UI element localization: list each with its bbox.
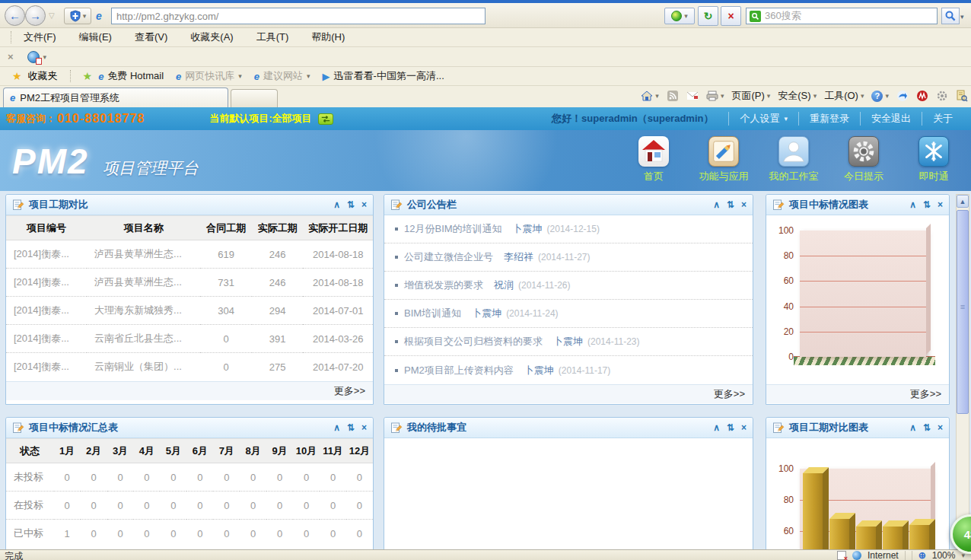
search-box[interactable]: 360搜索 [746, 8, 938, 24]
close-panel-icon[interactable]: × [741, 422, 747, 433]
rss-icon[interactable] [667, 90, 679, 102]
collapse-icon[interactable]: ∧ [713, 199, 720, 210]
page-scrollbar[interactable]: ▲ ▼ [956, 194, 969, 549]
print-dropdown-icon[interactable]: ▾ [721, 92, 724, 100]
announcement-author[interactable]: 卜震坤 [472, 307, 501, 320]
switch-project-icon[interactable] [318, 113, 333, 125]
favorite-item-2[interactable]: e建议网站▾ [254, 69, 310, 83]
search-go-button[interactable] [941, 8, 960, 24]
back-button[interactable]: ← [5, 5, 25, 26]
history-dropdown-icon[interactable]: ▽ [49, 11, 55, 20]
page-error-icon[interactable] [837, 551, 846, 560]
safety-menu[interactable]: 安全(S)▾ [778, 89, 817, 103]
table-row[interactable]: 未投标000000000000 [6, 463, 373, 492]
notes-search-icon[interactable] [956, 90, 968, 102]
table-row[interactable]: [2014]衡泰...泸西县黄草洲生态...7312462014-08-18 [6, 269, 373, 297]
more-link[interactable]: 更多>> [910, 388, 941, 399]
table-row[interactable]: [2014]衡泰...云南省丘北县生态...03912014-03-26 [6, 325, 373, 353]
scrollbar-thumb[interactable] [957, 210, 969, 414]
help-button[interactable]: ? ▾ [871, 91, 889, 102]
close-panel-icon[interactable]: × [361, 199, 367, 210]
refresh-panel-icon[interactable]: ⇅ [727, 199, 734, 210]
zoom-level[interactable]: 100% [932, 550, 956, 560]
favorite-item-3[interactable]: ▶迅雷看看-中国第一高清... [323, 69, 444, 83]
topbar-link-2[interactable]: 安全退出 [860, 112, 922, 126]
collapse-icon[interactable]: ∧ [713, 422, 720, 433]
shield-dropdown-icon[interactable]: ▾ [83, 12, 87, 20]
addon-dropdown-icon[interactable]: ▾ [43, 53, 47, 61]
close-panel-icon[interactable]: × [938, 422, 943, 433]
favorite-item-0[interactable]: e免费 Hotmail [98, 69, 164, 83]
tab-pm2[interactable]: e PM2工程项目管理系统 [3, 88, 228, 107]
favorites-label[interactable]: 收藏夹 [28, 69, 58, 83]
gear-icon[interactable] [936, 90, 948, 102]
nav-tips[interactable]: 今日提示 [840, 136, 887, 183]
close-panel-icon[interactable]: × [938, 199, 943, 210]
close-panel-icon[interactable]: × [361, 422, 367, 433]
favorites-star-icon[interactable]: ★ [12, 70, 22, 82]
address-bar-input[interactable] [111, 8, 486, 24]
menu-item-5[interactable]: 帮助(H) [311, 30, 345, 44]
announcement-author[interactable]: 祝润 [494, 278, 514, 292]
read-mail-icon[interactable] [686, 90, 699, 102]
refresh-button[interactable]: ↻ [698, 6, 718, 26]
table-row[interactable]: 已中标100000000000 [6, 520, 373, 548]
print-button[interactable]: ▾ [706, 90, 724, 102]
topbar-link-3[interactable]: 关于 [922, 112, 963, 126]
share-arrow-icon[interactable] [896, 90, 909, 102]
home-button[interactable]: ▾ [641, 90, 659, 102]
smartscreen-shield-button[interactable]: ▾ [64, 8, 91, 24]
topbar-link-0[interactable]: 个人设置▾ [728, 112, 798, 126]
collapse-icon[interactable]: ∧ [333, 422, 340, 433]
menu-item-4[interactable]: 工具(T) [256, 30, 289, 44]
toolbar-close-icon[interactable]: × [8, 51, 14, 62]
more-link[interactable]: 更多>> [334, 385, 365, 396]
nav-messenger[interactable]: 即时通 [910, 136, 957, 183]
refresh-panel-icon[interactable]: ⇅ [923, 422, 931, 433]
list-item[interactable]: PM2项目部上传资料内容卜震坤(2014-11-17) [384, 356, 753, 384]
refresh-panel-icon[interactable]: ⇅ [923, 199, 931, 210]
refresh-panel-icon[interactable]: ⇅ [347, 199, 355, 210]
favorite-dropdown-icon[interactable]: ▾ [238, 72, 242, 80]
360-addon-button[interactable]: ▾ [664, 8, 695, 24]
forward-button[interactable]: → [25, 5, 46, 26]
menu-item-3[interactable]: 收藏夹(A) [190, 30, 233, 44]
add-favorite-icon[interactable]: ★ [83, 70, 93, 82]
nav-workspace[interactable]: 我的工作室 [770, 136, 817, 183]
topbar-link-1[interactable]: 重新登录 [798, 112, 860, 126]
nav-apps[interactable]: 功能与应用 [700, 136, 747, 183]
new-tab-stub[interactable] [231, 89, 278, 107]
collapse-icon[interactable]: ∧ [909, 422, 916, 433]
addon-globe-icon[interactable] [27, 51, 40, 63]
list-item[interactable]: BIM培训通知卜震坤(2014-11-24) [384, 300, 753, 328]
announcement-author[interactable]: 卜震坤 [553, 335, 583, 348]
tools-menu[interactable]: 工具(O)▾ [824, 89, 864, 103]
menu-item-1[interactable]: 编辑(E) [79, 30, 112, 44]
list-item[interactable]: 根据项目交公司归档资料的要求卜震坤(2014-11-23) [384, 328, 753, 356]
announcement-author[interactable]: 李绍祥 [504, 250, 533, 264]
favorite-dropdown-icon[interactable]: ▾ [307, 72, 310, 80]
announcement-author[interactable]: 卜震坤 [524, 364, 554, 377]
refresh-panel-icon[interactable]: ⇅ [347, 422, 355, 433]
list-item[interactable]: 增值税发票的要求祝润(2014-11-26) [384, 272, 753, 300]
scroll-up-icon[interactable]: ▲ [957, 195, 969, 208]
favorite-item-1[interactable]: e网页快讯库▾ [176, 69, 242, 83]
cnnic-icon[interactable] [916, 90, 928, 102]
home-dropdown-icon[interactable]: ▾ [655, 92, 659, 100]
list-item[interactable]: 公司建立微信企业号李绍祥(2014-11-27) [384, 243, 753, 272]
table-row[interactable]: [2014]衡泰...泸西县黄草洲生态...6192462014-08-18 [6, 240, 373, 269]
table-row[interactable]: [2014]衡泰...大理海东新城独秀...3042942014-07-01 [6, 297, 373, 325]
list-item[interactable]: 12月份BIM的培训通知卜震坤(2014-12-15) [384, 215, 753, 243]
collapse-icon[interactable]: ∧ [333, 199, 340, 210]
stop-button[interactable]: × [721, 6, 741, 26]
collapse-icon[interactable]: ∧ [909, 199, 916, 210]
refresh-panel-icon[interactable]: ⇅ [727, 422, 734, 433]
search-dropdown-icon[interactable]: ▾ [960, 13, 964, 21]
nav-home[interactable]: 首页 [630, 136, 677, 183]
menu-item-0[interactable]: 文件(F) [24, 30, 56, 44]
announcement-author[interactable]: 卜震坤 [513, 222, 543, 236]
table-row[interactable]: 在投标000000000000 [6, 492, 373, 520]
close-panel-icon[interactable]: × [741, 199, 747, 210]
more-link[interactable]: 更多>> [714, 388, 745, 399]
menu-item-2[interactable]: 查看(V) [135, 30, 167, 44]
